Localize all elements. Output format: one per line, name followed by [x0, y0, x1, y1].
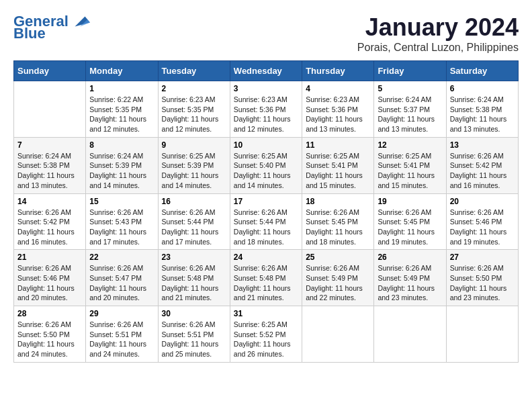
calendar-cell: 28 Sunrise: 6:26 AM Sunset: 5:50 PM Dayl… [14, 306, 86, 363]
calendar-cell: 3 Sunrise: 6:23 AM Sunset: 5:36 PM Dayli… [230, 81, 302, 138]
calendar-week-1: 1 Sunrise: 6:22 AM Sunset: 5:35 PM Dayli… [14, 81, 519, 138]
calendar-cell: 26 Sunrise: 6:26 AM Sunset: 5:49 PM Dayl… [374, 250, 446, 306]
calendar-cell [14, 81, 86, 138]
day-info: Sunrise: 6:23 AM Sunset: 5:36 PM Dayligh… [234, 95, 298, 134]
calendar-cell: 27 Sunrise: 6:26 AM Sunset: 5:50 PM Dayl… [446, 250, 518, 306]
calendar-cell: 16 Sunrise: 6:26 AM Sunset: 5:44 PM Dayl… [158, 193, 230, 250]
day-info: Sunrise: 6:26 AM Sunset: 5:50 PM Dayligh… [450, 263, 515, 303]
day-info: Sunrise: 6:26 AM Sunset: 5:46 PM Dayligh… [17, 263, 82, 303]
day-info: Sunrise: 6:26 AM Sunset: 5:47 PM Dayligh… [89, 263, 154, 303]
calendar-cell: 4 Sunrise: 6:23 AM Sunset: 5:36 PM Dayli… [302, 81, 374, 138]
main-title: January 2024 [357, 13, 519, 42]
subtitle: Porais, Central Luzon, Philippines [357, 42, 519, 54]
day-info: Sunrise: 6:24 AM Sunset: 5:38 PM Dayligh… [17, 151, 82, 191]
calendar-cell: 10 Sunrise: 6:25 AM Sunset: 5:40 PM Dayl… [230, 137, 302, 193]
day-number: 26 [378, 253, 442, 262]
day-info: Sunrise: 6:26 AM Sunset: 5:51 PM Dayligh… [89, 320, 154, 359]
day-info: Sunrise: 6:26 AM Sunset: 5:45 PM Dayligh… [306, 208, 370, 247]
calendar-cell: 18 Sunrise: 6:26 AM Sunset: 5:45 PM Dayl… [302, 193, 374, 250]
day-number: 19 [378, 197, 442, 206]
calendar-cell: 20 Sunrise: 6:26 AM Sunset: 5:46 PM Dayl… [446, 193, 518, 250]
calendar-header-wednesday: Wednesday [230, 61, 302, 81]
day-number: 28 [17, 309, 82, 318]
logo-blue-text: Blue [13, 26, 46, 42]
day-number: 4 [306, 84, 370, 93]
day-info: Sunrise: 6:26 AM Sunset: 5:44 PM Dayligh… [234, 208, 298, 247]
calendar-cell: 14 Sunrise: 6:26 AM Sunset: 5:42 PM Dayl… [14, 193, 86, 250]
calendar-header-monday: Monday [86, 61, 158, 81]
day-info: Sunrise: 6:26 AM Sunset: 5:49 PM Dayligh… [306, 263, 370, 303]
day-number: 17 [234, 197, 298, 206]
calendar-cell: 13 Sunrise: 6:26 AM Sunset: 5:42 PM Dayl… [446, 137, 518, 193]
day-info: Sunrise: 6:25 AM Sunset: 5:52 PM Dayligh… [234, 320, 298, 359]
day-info: Sunrise: 6:25 AM Sunset: 5:41 PM Dayligh… [306, 151, 370, 191]
day-info: Sunrise: 6:25 AM Sunset: 5:39 PM Dayligh… [162, 151, 226, 191]
day-info: Sunrise: 6:26 AM Sunset: 5:44 PM Dayligh… [162, 208, 226, 247]
calendar-cell: 21 Sunrise: 6:26 AM Sunset: 5:46 PM Dayl… [14, 250, 86, 306]
calendar-cell: 11 Sunrise: 6:25 AM Sunset: 5:41 PM Dayl… [302, 137, 374, 193]
calendar-week-3: 14 Sunrise: 6:26 AM Sunset: 5:42 PM Dayl… [14, 193, 519, 250]
calendar-cell: 25 Sunrise: 6:26 AM Sunset: 5:49 PM Dayl… [302, 250, 374, 306]
day-info: Sunrise: 6:26 AM Sunset: 5:48 PM Dayligh… [162, 263, 226, 303]
day-info: Sunrise: 6:26 AM Sunset: 5:49 PM Dayligh… [378, 263, 442, 303]
calendar-cell: 30 Sunrise: 6:26 AM Sunset: 5:51 PM Dayl… [158, 306, 230, 363]
calendar-cell: 31 Sunrise: 6:25 AM Sunset: 5:52 PM Dayl… [230, 306, 302, 363]
calendar-cell: 12 Sunrise: 6:25 AM Sunset: 5:41 PM Dayl… [374, 137, 446, 193]
day-info: Sunrise: 6:25 AM Sunset: 5:40 PM Dayligh… [234, 151, 298, 191]
day-number: 3 [234, 84, 298, 93]
calendar-cell: 19 Sunrise: 6:26 AM Sunset: 5:45 PM Dayl… [374, 193, 446, 250]
day-number: 31 [234, 309, 298, 318]
calendar-cell [446, 306, 518, 363]
day-number: 18 [306, 197, 370, 206]
logo: General Blue [13, 13, 90, 42]
calendar-cell: 15 Sunrise: 6:26 AM Sunset: 5:43 PM Dayl… [86, 193, 158, 250]
calendar-cell: 8 Sunrise: 6:24 AM Sunset: 5:39 PM Dayli… [86, 137, 158, 193]
calendar-cell: 9 Sunrise: 6:25 AM Sunset: 5:39 PM Dayli… [158, 137, 230, 193]
calendar-week-5: 28 Sunrise: 6:26 AM Sunset: 5:50 PM Dayl… [14, 306, 519, 363]
calendar-cell: 1 Sunrise: 6:22 AM Sunset: 5:35 PM Dayli… [86, 81, 158, 138]
day-number: 14 [17, 197, 82, 206]
day-info: Sunrise: 6:23 AM Sunset: 5:36 PM Dayligh… [306, 95, 370, 134]
day-info: Sunrise: 6:26 AM Sunset: 5:42 PM Dayligh… [450, 151, 515, 191]
day-number: 6 [450, 84, 515, 93]
calendar-header-saturday: Saturday [446, 61, 518, 81]
day-number: 10 [234, 140, 298, 150]
day-info: Sunrise: 6:26 AM Sunset: 5:43 PM Dayligh… [89, 208, 154, 247]
calendar-cell: 6 Sunrise: 6:24 AM Sunset: 5:38 PM Dayli… [446, 81, 518, 138]
calendar-header-friday: Friday [374, 61, 446, 81]
day-number: 13 [450, 140, 515, 150]
calendar-header-thursday: Thursday [302, 61, 374, 81]
calendar-cell: 7 Sunrise: 6:24 AM Sunset: 5:38 PM Dayli… [14, 137, 86, 193]
calendar-cell: 23 Sunrise: 6:26 AM Sunset: 5:48 PM Dayl… [158, 250, 230, 306]
day-number: 8 [89, 140, 154, 150]
day-number: 20 [450, 197, 515, 206]
day-info: Sunrise: 6:24 AM Sunset: 5:39 PM Dayligh… [89, 151, 154, 191]
day-number: 15 [89, 197, 154, 206]
day-number: 12 [378, 140, 442, 150]
day-info: Sunrise: 6:26 AM Sunset: 5:51 PM Dayligh… [162, 320, 226, 359]
calendar-week-4: 21 Sunrise: 6:26 AM Sunset: 5:46 PM Dayl… [14, 250, 519, 306]
calendar-cell: 17 Sunrise: 6:26 AM Sunset: 5:44 PM Dayl… [230, 193, 302, 250]
day-number: 11 [306, 140, 370, 150]
calendar-header-row: SundayMondayTuesdayWednesdayThursdayFrid… [14, 61, 519, 81]
day-info: Sunrise: 6:26 AM Sunset: 5:46 PM Dayligh… [450, 208, 515, 247]
day-number: 16 [162, 197, 226, 206]
calendar-header-tuesday: Tuesday [158, 61, 230, 81]
day-number: 24 [234, 253, 298, 262]
page-header: General Blue January 2024 Porais, Centra… [13, 13, 519, 54]
day-number: 22 [89, 253, 154, 262]
day-number: 23 [162, 253, 226, 262]
day-number: 21 [17, 253, 82, 262]
title-section: January 2024 Porais, Central Luzon, Phil… [357, 13, 519, 54]
day-number: 9 [162, 140, 226, 150]
day-number: 30 [162, 309, 226, 318]
day-info: Sunrise: 6:23 AM Sunset: 5:35 PM Dayligh… [162, 95, 226, 134]
day-info: Sunrise: 6:25 AM Sunset: 5:41 PM Dayligh… [378, 151, 442, 191]
calendar-cell: 24 Sunrise: 6:26 AM Sunset: 5:48 PM Dayl… [230, 250, 302, 306]
day-info: Sunrise: 6:26 AM Sunset: 5:48 PM Dayligh… [234, 263, 298, 303]
day-number: 25 [306, 253, 370, 262]
day-number: 1 [89, 84, 154, 93]
day-number: 5 [378, 84, 442, 93]
day-info: Sunrise: 6:22 AM Sunset: 5:35 PM Dayligh… [89, 95, 154, 134]
calendar-cell: 29 Sunrise: 6:26 AM Sunset: 5:51 PM Dayl… [86, 306, 158, 363]
